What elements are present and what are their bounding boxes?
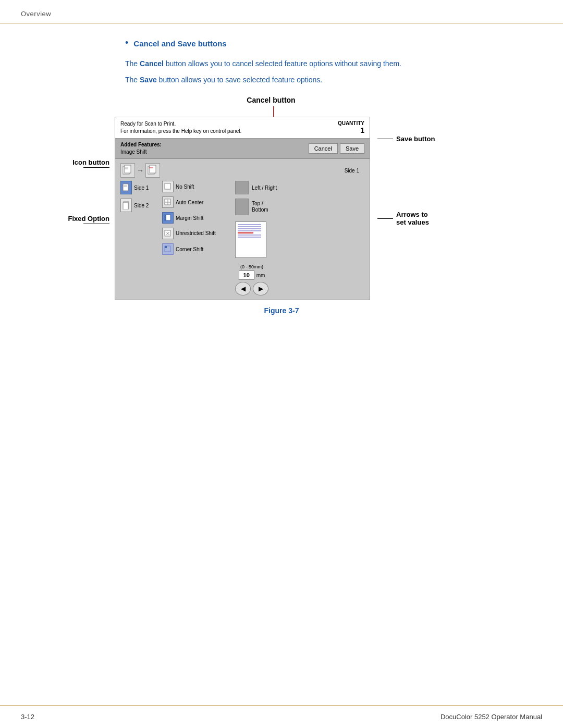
save-button-label: Save button bbox=[396, 135, 435, 143]
svg-rect-5 bbox=[150, 165, 156, 173]
corner-shift-label: Corner Shift bbox=[176, 246, 203, 252]
arrows-callout: Arrows to set values bbox=[377, 211, 435, 226]
icon-button-label: Icon button bbox=[72, 158, 109, 166]
svg-rect-22 bbox=[165, 246, 167, 248]
corner-shift-item: Corner Shift bbox=[162, 243, 230, 255]
cancel-label-area: Cancel button bbox=[73, 96, 490, 117]
col-lr: Left / Right Top /Bottom bbox=[230, 181, 292, 295]
value-range: (0 - 50mm) bbox=[240, 264, 263, 269]
margin-shift-icon[interactable] bbox=[162, 212, 174, 224]
unrestricted-shift-item: Unrestricted Shift bbox=[162, 228, 230, 239]
main-content: • Cancel and Save buttons The Cancel but… bbox=[0, 23, 563, 336]
value-box: 10 bbox=[239, 270, 254, 280]
fixed-option-callout: Fixed Option bbox=[57, 215, 109, 224]
save-line bbox=[377, 139, 393, 139]
svg-rect-11 bbox=[123, 203, 128, 209]
doc-preview bbox=[235, 221, 266, 258]
features-value: Image Shift bbox=[120, 149, 162, 156]
unrestricted-shift-icon[interactable] bbox=[162, 228, 174, 239]
save-description: The Save button allows you to save selec… bbox=[125, 75, 542, 85]
page-header: Overview bbox=[0, 0, 563, 23]
doc-line-5 bbox=[238, 235, 261, 236]
side1-label: Side 1 bbox=[134, 185, 149, 191]
description-block: The Cancel button allows you to cancel s… bbox=[125, 58, 542, 85]
svg-rect-12 bbox=[165, 183, 170, 189]
doc-line-4 bbox=[238, 230, 261, 231]
icon-row: → Side 1 bbox=[120, 163, 364, 178]
top-bottom-box[interactable] bbox=[235, 199, 249, 215]
auto-center-icon[interactable] bbox=[162, 196, 174, 208]
value-unit: mm bbox=[256, 273, 265, 278]
cancel-bold: Cancel bbox=[140, 59, 164, 68]
arrow-icon: → bbox=[137, 166, 144, 175]
doc-red-line bbox=[238, 232, 253, 233]
bullet-item: • Cancel and Save buttons bbox=[125, 39, 542, 48]
col-sides: Side 1 Side 2 bbox=[120, 181, 162, 295]
no-shift-item: No Shift bbox=[162, 181, 230, 192]
left-right-label: Left / Right bbox=[252, 185, 277, 191]
right-callout-labels: Save button Arrows to set values bbox=[377, 117, 435, 226]
features-bar: Added Features: Image Shift Cancel Save bbox=[115, 139, 370, 159]
corner-shift-icon[interactable] bbox=[162, 243, 174, 255]
side1-item: Side 1 bbox=[120, 181, 157, 194]
cancel-description: The Cancel button allows you to cancel s… bbox=[125, 58, 542, 69]
save-button-callout: Save button bbox=[377, 135, 435, 143]
arrow-left-button[interactable]: ◀ bbox=[235, 282, 251, 295]
side1-icon[interactable] bbox=[120, 181, 132, 194]
options-area: → Side 1 bbox=[115, 159, 370, 300]
fixed-option-label: Fixed Option bbox=[68, 215, 109, 223]
section-title: Overview bbox=[21, 10, 51, 18]
save-ui-button[interactable]: Save bbox=[340, 143, 364, 154]
side-indicator: Side 1 bbox=[345, 168, 359, 174]
arrow-row: ◀ ▶ bbox=[235, 282, 268, 295]
page-number: 3-12 bbox=[21, 713, 34, 721]
no-shift-label: No Shift bbox=[176, 184, 194, 190]
top-bottom-label: Top /Bottom bbox=[252, 201, 268, 213]
quantity-value: 1 bbox=[338, 126, 364, 134]
cancel-button-label: Cancel button bbox=[245, 96, 297, 104]
status-bar: Ready for Scan to Print. For information… bbox=[115, 117, 370, 139]
copy-icon-2[interactable] bbox=[145, 163, 160, 178]
features-label: Added Features: bbox=[120, 141, 162, 149]
figure-area: Cancel button Icon button Fixed Option bbox=[21, 96, 542, 315]
doc-line-1 bbox=[238, 224, 261, 225]
icon-button-callout: Icon button bbox=[57, 158, 109, 168]
doc-line-3 bbox=[238, 228, 261, 229]
side2-item: Side 2 bbox=[120, 199, 157, 212]
page-footer: 3-12 DocuColor 5252 Operator Manual bbox=[0, 705, 563, 728]
button-group: Cancel Save bbox=[309, 143, 364, 154]
doc-line-2 bbox=[238, 226, 261, 227]
figure-caption: Figure 3-7 bbox=[264, 306, 299, 315]
bullet-section: • Cancel and Save buttons bbox=[125, 39, 542, 48]
side2-icon[interactable] bbox=[120, 199, 132, 212]
options-columns: Side 1 Side 2 bbox=[120, 181, 364, 295]
left-right-box[interactable] bbox=[235, 181, 249, 194]
left-right-item: Left / Right bbox=[235, 181, 277, 194]
value-area: (0 - 50mm) 10 mm ◀ ▶ bbox=[235, 264, 268, 295]
machine-ui: Ready for Scan to Print. For information… bbox=[115, 117, 370, 300]
value-row: 10 mm bbox=[239, 270, 265, 280]
copy-icon-1[interactable] bbox=[120, 163, 135, 178]
quantity-area: QUANTITY 1 bbox=[338, 120, 364, 134]
left-callout-labels: Icon button Fixed Option bbox=[57, 117, 109, 224]
cancel-ui-button[interactable]: Cancel bbox=[309, 143, 338, 154]
figure-container: Icon button Fixed Option Read bbox=[57, 117, 506, 300]
bullet-dot-icon: • bbox=[125, 38, 128, 47]
auto-center-label: Auto Center bbox=[176, 200, 203, 205]
doc-line-6 bbox=[238, 237, 261, 238]
arrow-right-button[interactable]: ▶ bbox=[253, 282, 268, 295]
bullet-title: Cancel and Save buttons bbox=[133, 39, 226, 48]
arrows-label-line2: set values bbox=[396, 218, 429, 226]
auto-center-item: Auto Center bbox=[162, 196, 230, 208]
margin-shift-item: Margin Shift bbox=[162, 212, 230, 224]
no-shift-icon[interactable] bbox=[162, 181, 174, 192]
margin-shift-label: Margin Shift bbox=[176, 215, 203, 221]
document-title: DocuColor 5252 Operator Manual bbox=[440, 713, 542, 721]
features-text: Added Features: Image Shift bbox=[120, 141, 162, 156]
arrows-label-block: Arrows to set values bbox=[396, 211, 429, 226]
svg-rect-17 bbox=[165, 215, 166, 220]
save-bold: Save bbox=[140, 76, 157, 84]
side2-label: Side 2 bbox=[134, 203, 149, 208]
quantity-label: QUANTITY bbox=[338, 120, 364, 126]
page-copy-icons: → bbox=[120, 163, 160, 178]
